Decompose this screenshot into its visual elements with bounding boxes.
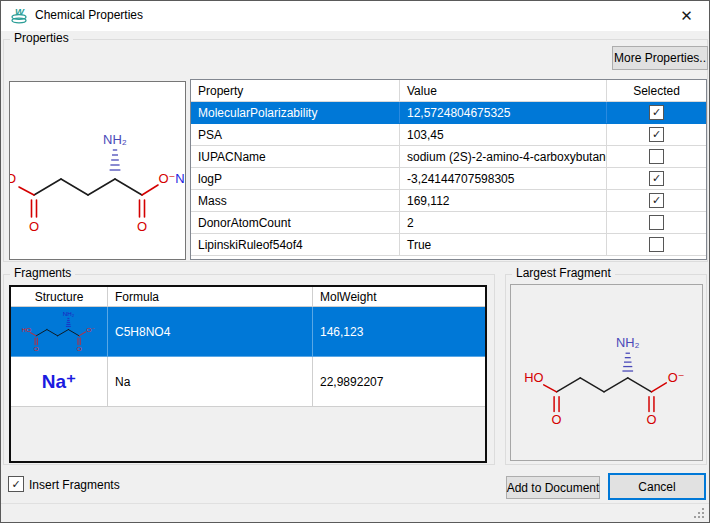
sodium-glutamate-structure: O O⁻ O O NH₂ N (10, 82, 185, 259)
svg-text:O⁻: O⁻ (87, 325, 95, 332)
properties-group-label: Properties (10, 31, 73, 45)
column-header-property[interactable]: Property (191, 80, 400, 101)
selected-cell[interactable] (607, 234, 706, 255)
more-properties-button[interactable]: More Properties.. (612, 46, 708, 70)
svg-text:NH₂: NH₂ (103, 132, 127, 147)
svg-text:O: O (29, 219, 39, 234)
svg-text:O⁻: O⁻ (668, 370, 685, 385)
resize-grip[interactable] (693, 507, 705, 519)
table-row[interactable]: Mass 169,112 ✓ (191, 190, 706, 212)
row-checkbox[interactable] (649, 215, 664, 230)
property-cell[interactable]: logP (191, 168, 400, 189)
row-checkbox[interactable]: ✓ (649, 105, 664, 120)
title-bar[interactable]: W Chemical Properties ✕ (1, 1, 709, 31)
selected-cell[interactable]: ✓ (607, 168, 706, 189)
fragment-row-glutamate[interactable]: HO O⁻ O O NH₂ C5H8NO4 146,123 (11, 307, 485, 357)
status-strip (1, 503, 709, 523)
fragment-formula-cell[interactable]: C5H8NO4 (108, 307, 313, 357)
svg-text:NH₂: NH₂ (616, 335, 640, 350)
column-header-formula[interactable]: Formula (108, 287, 313, 307)
svg-text:NH₂: NH₂ (63, 310, 75, 317)
svg-text:O: O (137, 219, 147, 234)
properties-table: Property Value Selected MolecularPolariz… (190, 79, 707, 260)
row-checkbox[interactable]: ✓ (649, 171, 664, 186)
svg-text:O: O (10, 171, 16, 186)
largest-fragment-panel: HO O⁻ O O NH₂ (510, 284, 703, 461)
selected-cell[interactable] (607, 212, 706, 233)
app-logo-icon: W (10, 6, 28, 25)
table-row[interactable]: LipinskiRuleof54of4 True (191, 234, 706, 256)
svg-text:O: O (552, 412, 562, 427)
svg-text:O: O (34, 344, 39, 351)
table-row[interactable]: MolecularPolarizability 12,5724804675325… (191, 102, 706, 124)
svg-text:HO: HO (22, 325, 32, 332)
glutamate-structure-thumbnail: HO O⁻ O O NH₂ (14, 309, 104, 355)
selected-cell[interactable] (607, 146, 706, 167)
value-cell[interactable]: sodium (2S)-2-amino-4-carboxybutanoate (400, 146, 607, 167)
selected-cell[interactable]: ✓ (607, 102, 706, 123)
sodium-ion-label: Na⁺ (42, 370, 76, 393)
row-checkbox[interactable] (649, 237, 664, 252)
selected-cell[interactable]: ✓ (607, 124, 706, 145)
properties-table-header: Property Value Selected (191, 80, 706, 102)
row-checkbox[interactable]: ✓ (649, 193, 664, 208)
svg-text:O: O (646, 412, 656, 427)
add-to-document-button[interactable]: Add to Document (506, 476, 600, 499)
property-cell[interactable]: IUPACName (191, 146, 400, 167)
selected-cell[interactable]: ✓ (607, 190, 706, 211)
fragment-molweight-cell[interactable]: 22,9892207 (313, 357, 485, 407)
property-cell[interactable]: DonorAtomCount (191, 212, 400, 233)
svg-text:N: N (175, 171, 184, 186)
column-header-molweight[interactable]: MolWeight (313, 287, 485, 307)
property-cell[interactable]: MolecularPolarizability (191, 102, 400, 123)
fragments-table: Structure Formula MolWeight (9, 285, 487, 463)
cancel-button[interactable]: Cancel (608, 473, 706, 500)
svg-text:W: W (15, 6, 25, 17)
glutamic-acid-structure: HO O⁻ O O NH₂ (511, 285, 702, 460)
fragments-table-header: Structure Formula MolWeight (11, 287, 485, 307)
column-header-value[interactable]: Value (400, 80, 607, 101)
svg-text:O⁻: O⁻ (159, 171, 176, 186)
row-checkbox[interactable]: ✓ (649, 127, 664, 142)
close-icon[interactable]: ✕ (664, 1, 709, 30)
value-cell[interactable]: 2 (400, 212, 607, 233)
fragment-row-sodium[interactable]: Na⁺ Na 22,9892207 (11, 357, 485, 407)
value-cell[interactable]: 169,112 (400, 190, 607, 211)
fragment-molweight-cell[interactable]: 146,123 (313, 307, 485, 357)
insert-fragments-checkbox[interactable]: ✓ (8, 476, 24, 492)
table-row[interactable]: PSA 103,45 ✓ (191, 124, 706, 146)
insert-fragments-label: Insert Fragments (29, 478, 120, 492)
value-cell[interactable]: True (400, 234, 607, 255)
value-cell[interactable]: -3,24144707598305 (400, 168, 607, 189)
table-row[interactable]: IUPACName sodium (2S)-2-amino-4-carboxyb… (191, 146, 706, 168)
table-row[interactable]: DonorAtomCount 2 (191, 212, 706, 234)
fragment-formula-cell[interactable]: Na (108, 357, 313, 407)
chemical-properties-dialog: W Chemical Properties ✕ Properties More … (0, 0, 710, 523)
property-cell[interactable]: LipinskiRuleof54of4 (191, 234, 400, 255)
table-row[interactable]: logP -3,24144707598305 ✓ (191, 168, 706, 190)
window-title: Chemical Properties (35, 1, 143, 30)
column-header-selected[interactable]: Selected (607, 80, 706, 101)
fragments-group-label: Fragments (10, 266, 75, 280)
property-cell[interactable]: PSA (191, 124, 400, 145)
value-cell[interactable]: 103,45 (400, 124, 607, 145)
row-checkbox[interactable] (649, 149, 664, 164)
fragment-structure-cell[interactable]: Na⁺ (11, 357, 108, 407)
value-cell[interactable]: 12,5724804675325 (400, 102, 607, 123)
property-cell[interactable]: Mass (191, 190, 400, 211)
largest-fragment-group-label: Largest Fragment (512, 266, 615, 280)
svg-text:HO: HO (524, 370, 543, 385)
fragment-structure-cell[interactable]: HO O⁻ O O NH₂ (11, 307, 108, 357)
svg-text:O: O (77, 344, 82, 351)
column-header-structure[interactable]: Structure (11, 287, 108, 307)
molecule-preview-panel: O O⁻ O O NH₂ N (9, 81, 186, 260)
